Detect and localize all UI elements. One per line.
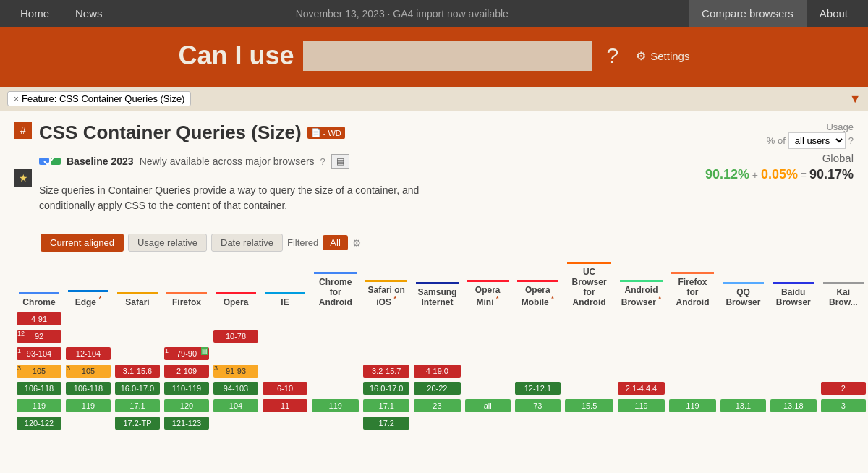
- version-cell[interactable]: 3.1-15.6: [115, 365, 160, 378]
- version-cell[interactable]: 193-104: [17, 347, 61, 360]
- firefox-cell-3: 179-90 ▤: [162, 345, 211, 362]
- version-cell[interactable]: 23: [414, 399, 461, 412]
- version-cell[interactable]: 106-118: [17, 382, 61, 395]
- version-cell[interactable]: 104: [213, 399, 258, 412]
- browser-table: Chrome Edge * Safari Firefox: [14, 259, 868, 432]
- om-cell-4: [463, 362, 513, 380]
- version-cell[interactable]: 179-90 ▤: [164, 347, 209, 360]
- version-cell[interactable]: 11: [263, 399, 307, 412]
- omob-cell-4: [513, 362, 563, 380]
- version-cell[interactable]: 3: [821, 399, 866, 412]
- firefox-color-bar: [166, 292, 207, 294]
- version-cell[interactable]: 1292: [17, 330, 61, 343]
- tab-current-aligned[interactable]: Current aligned: [41, 234, 124, 252]
- version-cell[interactable]: 17.1: [363, 399, 409, 412]
- version-cell[interactable]: 20-22: [414, 382, 461, 395]
- tab-all[interactable]: All: [323, 235, 347, 250]
- table-row: 193-104 12-104 179-90 ▤: [14, 345, 868, 362]
- version-cell[interactable]: 120-122: [17, 417, 61, 430]
- browser-firefox-header: Firefox: [162, 259, 211, 310]
- nav-right: Compare browsers About: [689, 0, 861, 27]
- version-cell[interactable]: 119: [17, 399, 61, 412]
- version-cell[interactable]: all: [465, 399, 511, 412]
- sfi-cell-5: 16.0-17.0: [361, 380, 412, 397]
- version-cell[interactable]: 119: [312, 399, 359, 412]
- usage-plus: +: [752, 169, 761, 181]
- version-cell[interactable]: 2-109: [164, 365, 209, 378]
- feature-description: Size queries in Container Queries provid…: [39, 177, 473, 222]
- version-cell[interactable]: 94-103: [213, 382, 258, 395]
- version-cell[interactable]: 119: [618, 399, 665, 412]
- close-tag-button[interactable]: ×: [14, 94, 19, 104]
- version-cell[interactable]: 3105: [66, 365, 111, 378]
- version-cell[interactable]: 16.0-17.0: [363, 382, 409, 395]
- browser-safari-header: Safari: [113, 259, 162, 310]
- table-settings-gear[interactable]: ⚙: [352, 237, 362, 249]
- safari-cell-2: [113, 328, 162, 345]
- version-cell[interactable]: 12-104: [66, 347, 111, 360]
- version-cell[interactable]: 12-12.1: [515, 382, 561, 395]
- version-cell[interactable]: 120: [164, 399, 209, 412]
- version-cell[interactable]: 119: [66, 399, 111, 412]
- version-cell[interactable]: 17.2-TP: [115, 417, 160, 430]
- version-cell[interactable]: 2: [821, 382, 866, 395]
- version-cell[interactable]: 3.2-15.7: [363, 365, 409, 378]
- version-cell[interactable]: 110-119: [164, 382, 209, 395]
- version-cell[interactable]: 106-118: [66, 382, 111, 395]
- search-input-1[interactable]: [303, 41, 448, 71]
- firefox-cell-2: [162, 328, 211, 345]
- nav-compare[interactable]: Compare browsers: [689, 0, 807, 27]
- om-cell-2: [463, 328, 513, 345]
- version-cell[interactable]: 17.1: [115, 399, 160, 412]
- nav-news[interactable]: News: [62, 0, 116, 27]
- version-cell[interactable]: 73: [515, 399, 561, 412]
- usage-green-value: 90.12%: [705, 167, 749, 182]
- tab-usage-relative[interactable]: Usage relative: [128, 234, 207, 252]
- search-input-2[interactable]: [448, 41, 592, 71]
- browser-omob-header: Opera Mobile *: [513, 259, 563, 310]
- hash-icon[interactable]: #: [14, 122, 32, 139]
- filter-icon[interactable]: ▼: [849, 93, 861, 106]
- version-cell[interactable]: 119: [669, 399, 716, 412]
- usage-type-select[interactable]: all users: [788, 132, 846, 149]
- sfi-cell-1: [361, 310, 412, 328]
- version-cell[interactable]: 6-10: [263, 382, 307, 395]
- breadcrumb-bar: × Feature: CSS Container Queries (Size) …: [0, 87, 868, 111]
- breadcrumb-text: Feature: CSS Container Queries (Size): [22, 93, 184, 104]
- ab-color-bar: [620, 280, 663, 282]
- kai-cell-7: [819, 414, 868, 432]
- tab-date-relative[interactable]: Date relative: [211, 234, 283, 252]
- version-cell[interactable]: 16.0-17.0: [115, 382, 160, 395]
- star-icon[interactable]: ★: [14, 169, 32, 187]
- version-cell[interactable]: 4-19.0: [414, 365, 461, 378]
- baseline-help-icon[interactable]: ?: [320, 156, 326, 167]
- baseline-detail-button[interactable]: ▤: [331, 154, 349, 169]
- table-row: 120-122 17.2-TP 121-123 17.2: [14, 414, 868, 432]
- omob-cell-1: [513, 310, 563, 328]
- version-cell[interactable]: 10-78: [213, 330, 258, 343]
- version-cell[interactable]: 17.2: [363, 417, 409, 430]
- version-cell[interactable]: 13.1: [720, 399, 766, 412]
- ie-cell-4: [260, 362, 310, 380]
- om-cell-7: [463, 414, 513, 432]
- version-cell[interactable]: 15.5: [565, 399, 613, 412]
- version-cell[interactable]: 4-91: [17, 312, 61, 325]
- settings-button[interactable]: ⚙ Settings: [636, 49, 689, 63]
- firefox-cell-4: 2-109: [162, 362, 211, 380]
- nav-about[interactable]: About: [807, 0, 861, 27]
- version-cell[interactable]: 121-123: [164, 417, 209, 430]
- nav-home[interactable]: Home: [7, 0, 62, 27]
- version-cell[interactable]: 391-93: [213, 365, 258, 378]
- baseline-row: Baseline 2023 Newly available across maj…: [39, 150, 473, 171]
- qq-cell-7: [718, 414, 768, 432]
- feature-usage-section: Usage % of all users ? Global 90.12% + 0…: [694, 122, 854, 182]
- ffa-color-bar: [671, 272, 714, 274]
- version-cell[interactable]: 3105: [17, 365, 61, 378]
- usage-eq: =: [801, 169, 809, 181]
- version-cell[interactable]: 2.1-4.4.4: [618, 382, 665, 395]
- usage-question-icon[interactable]: ?: [848, 135, 854, 146]
- version-cell[interactable]: 13.18: [770, 399, 817, 412]
- chrome-cell-2: 1292: [14, 328, 64, 345]
- si-cell-6: 23: [412, 397, 463, 414]
- edge-cell-7: [64, 414, 113, 432]
